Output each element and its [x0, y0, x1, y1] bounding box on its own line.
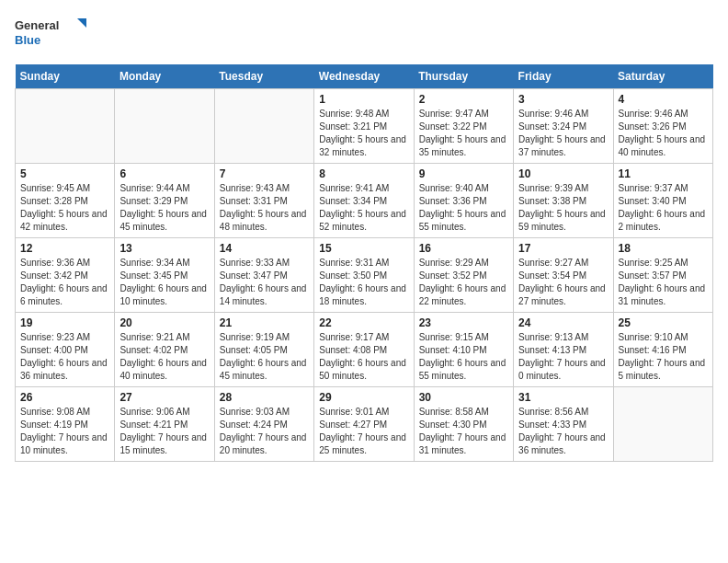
calendar-week-row: 12Sunrise: 9:36 AM Sunset: 3:42 PM Dayli… — [16, 238, 713, 313]
day-number: 1 — [319, 93, 408, 106]
calendar-week-row: 19Sunrise: 9:23 AM Sunset: 4:00 PM Dayli… — [16, 313, 713, 387]
calendar-day-cell: 9Sunrise: 9:40 AM Sunset: 3:36 PM Daylig… — [414, 164, 513, 238]
header-monday: Monday — [115, 64, 214, 89]
logo-svg: General Blue — [15, 15, 88, 53]
calendar-day-cell: 31Sunrise: 8:56 AM Sunset: 4:33 PM Dayli… — [514, 387, 613, 462]
day-info: Sunrise: 8:56 AM Sunset: 4:33 PM Dayligh… — [518, 406, 608, 457]
calendar-day-cell: 22Sunrise: 9:17 AM Sunset: 4:08 PM Dayli… — [314, 313, 414, 387]
calendar-week-row: 26Sunrise: 9:08 AM Sunset: 4:19 PM Dayli… — [16, 387, 713, 462]
day-number: 23 — [419, 316, 508, 329]
calendar-day-cell: 15Sunrise: 9:31 AM Sunset: 3:50 PM Dayli… — [314, 238, 414, 313]
day-info: Sunrise: 9:45 AM Sunset: 3:28 PM Dayligh… — [20, 182, 109, 234]
day-info: Sunrise: 9:48 AM Sunset: 3:21 PM Dayligh… — [319, 108, 408, 159]
day-info: Sunrise: 9:46 AM Sunset: 3:26 PM Dayligh… — [619, 108, 708, 159]
calendar-day-cell: 12Sunrise: 9:36 AM Sunset: 3:42 PM Dayli… — [16, 238, 115, 313]
header-saturday: Saturday — [613, 64, 712, 89]
calendar-day-cell: 28Sunrise: 9:03 AM Sunset: 4:24 PM Dayli… — [214, 387, 313, 462]
day-number: 3 — [518, 93, 608, 106]
day-number: 20 — [119, 316, 209, 329]
calendar-day-cell — [16, 89, 115, 164]
header-thursday: Thursday — [414, 64, 513, 89]
svg-text:General: General — [15, 18, 59, 32]
day-number: 2 — [419, 93, 508, 106]
header-wednesday: Wednesday — [314, 64, 414, 89]
day-number: 28 — [220, 391, 309, 404]
calendar-day-cell: 5Sunrise: 9:45 AM Sunset: 3:28 PM Daylig… — [16, 164, 115, 238]
day-info: Sunrise: 9:06 AM Sunset: 4:21 PM Dayligh… — [119, 406, 209, 457]
calendar-day-cell: 26Sunrise: 9:08 AM Sunset: 4:19 PM Dayli… — [16, 387, 115, 462]
svg-text:Blue: Blue — [15, 33, 40, 47]
day-number: 29 — [319, 391, 408, 404]
calendar-day-cell: 23Sunrise: 9:15 AM Sunset: 4:10 PM Dayli… — [414, 313, 513, 387]
day-number: 19 — [20, 316, 109, 329]
calendar-day-cell: 19Sunrise: 9:23 AM Sunset: 4:00 PM Dayli… — [16, 313, 115, 387]
day-info: Sunrise: 8:58 AM Sunset: 4:30 PM Dayligh… — [419, 406, 508, 457]
calendar-day-cell: 11Sunrise: 9:37 AM Sunset: 3:40 PM Dayli… — [613, 164, 712, 238]
day-number: 26 — [20, 391, 109, 404]
day-info: Sunrise: 9:21 AM Sunset: 4:02 PM Dayligh… — [119, 331, 209, 383]
day-info: Sunrise: 9:03 AM Sunset: 4:24 PM Dayligh… — [220, 406, 309, 457]
day-number: 4 — [619, 93, 708, 106]
calendar-day-cell: 21Sunrise: 9:19 AM Sunset: 4:05 PM Dayli… — [214, 313, 313, 387]
day-number: 16 — [419, 242, 508, 255]
calendar-day-cell: 18Sunrise: 9:25 AM Sunset: 3:57 PM Dayli… — [613, 238, 712, 313]
day-info: Sunrise: 9:37 AM Sunset: 3:40 PM Dayligh… — [619, 182, 708, 234]
calendar-day-cell: 8Sunrise: 9:41 AM Sunset: 3:34 PM Daylig… — [314, 164, 414, 238]
calendar-day-cell: 10Sunrise: 9:39 AM Sunset: 3:38 PM Dayli… — [514, 164, 613, 238]
day-number: 17 — [518, 242, 608, 255]
day-info: Sunrise: 9:10 AM Sunset: 4:16 PM Dayligh… — [619, 331, 708, 383]
calendar-day-cell: 27Sunrise: 9:06 AM Sunset: 4:21 PM Dayli… — [115, 387, 214, 462]
day-number: 27 — [119, 391, 209, 404]
calendar-day-cell: 7Sunrise: 9:43 AM Sunset: 3:31 PM Daylig… — [214, 164, 313, 238]
day-number: 13 — [119, 242, 209, 255]
calendar-day-cell: 4Sunrise: 9:46 AM Sunset: 3:26 PM Daylig… — [613, 89, 712, 164]
calendar-day-cell: 29Sunrise: 9:01 AM Sunset: 4:27 PM Dayli… — [314, 387, 414, 462]
day-number: 8 — [319, 167, 408, 180]
day-info: Sunrise: 9:47 AM Sunset: 3:22 PM Dayligh… — [419, 108, 508, 159]
calendar-day-cell — [613, 387, 712, 462]
day-number: 11 — [619, 167, 708, 180]
day-number: 10 — [518, 167, 608, 180]
day-info: Sunrise: 9:46 AM Sunset: 3:24 PM Dayligh… — [518, 108, 608, 159]
day-info: Sunrise: 9:13 AM Sunset: 4:13 PM Dayligh… — [518, 331, 608, 383]
day-info: Sunrise: 9:34 AM Sunset: 3:45 PM Dayligh… — [119, 257, 209, 308]
calendar-day-cell — [214, 89, 313, 164]
calendar-day-cell: 3Sunrise: 9:46 AM Sunset: 3:24 PM Daylig… — [514, 89, 613, 164]
day-number: 12 — [20, 242, 109, 255]
day-info: Sunrise: 9:41 AM Sunset: 3:34 PM Dayligh… — [319, 182, 408, 234]
calendar-day-cell: 6Sunrise: 9:44 AM Sunset: 3:29 PM Daylig… — [115, 164, 214, 238]
weekday-header-row: Sunday Monday Tuesday Wednesday Thursday… — [16, 64, 713, 89]
day-info: Sunrise: 9:15 AM Sunset: 4:10 PM Dayligh… — [419, 331, 508, 383]
day-number: 22 — [319, 316, 408, 329]
calendar-day-cell: 1Sunrise: 9:48 AM Sunset: 3:21 PM Daylig… — [314, 89, 414, 164]
day-info: Sunrise: 9:29 AM Sunset: 3:52 PM Dayligh… — [419, 257, 508, 308]
calendar-day-cell: 24Sunrise: 9:13 AM Sunset: 4:13 PM Dayli… — [514, 313, 613, 387]
calendar-day-cell: 30Sunrise: 8:58 AM Sunset: 4:30 PM Dayli… — [414, 387, 513, 462]
calendar-day-cell: 2Sunrise: 9:47 AM Sunset: 3:22 PM Daylig… — [414, 89, 513, 164]
calendar-table: Sunday Monday Tuesday Wednesday Thursday… — [15, 64, 713, 462]
day-number: 18 — [619, 242, 708, 255]
svg-marker-2 — [77, 18, 86, 28]
day-info: Sunrise: 9:36 AM Sunset: 3:42 PM Dayligh… — [20, 257, 109, 308]
day-number: 5 — [20, 167, 109, 180]
day-info: Sunrise: 9:44 AM Sunset: 3:29 PM Dayligh… — [119, 182, 209, 234]
day-number: 7 — [220, 167, 309, 180]
day-number: 9 — [419, 167, 508, 180]
day-info: Sunrise: 9:40 AM Sunset: 3:36 PM Dayligh… — [419, 182, 508, 234]
header-sunday: Sunday — [16, 64, 115, 89]
page-header: General Blue — [15, 15, 713, 53]
calendar-day-cell: 25Sunrise: 9:10 AM Sunset: 4:16 PM Dayli… — [613, 313, 712, 387]
day-info: Sunrise: 9:23 AM Sunset: 4:00 PM Dayligh… — [20, 331, 109, 383]
day-number: 6 — [119, 167, 209, 180]
day-info: Sunrise: 9:25 AM Sunset: 3:57 PM Dayligh… — [619, 257, 708, 308]
day-info: Sunrise: 9:33 AM Sunset: 3:47 PM Dayligh… — [220, 257, 309, 308]
calendar-body: 1Sunrise: 9:48 AM Sunset: 3:21 PM Daylig… — [16, 89, 713, 462]
day-info: Sunrise: 9:01 AM Sunset: 4:27 PM Dayligh… — [319, 406, 408, 457]
day-info: Sunrise: 9:27 AM Sunset: 3:54 PM Dayligh… — [518, 257, 608, 308]
calendar-week-row: 5Sunrise: 9:45 AM Sunset: 3:28 PM Daylig… — [16, 164, 713, 238]
day-number: 21 — [220, 316, 309, 329]
day-number: 24 — [518, 316, 608, 329]
day-info: Sunrise: 9:43 AM Sunset: 3:31 PM Dayligh… — [220, 182, 309, 234]
day-info: Sunrise: 9:19 AM Sunset: 4:05 PM Dayligh… — [220, 331, 309, 383]
day-number: 31 — [518, 391, 608, 404]
